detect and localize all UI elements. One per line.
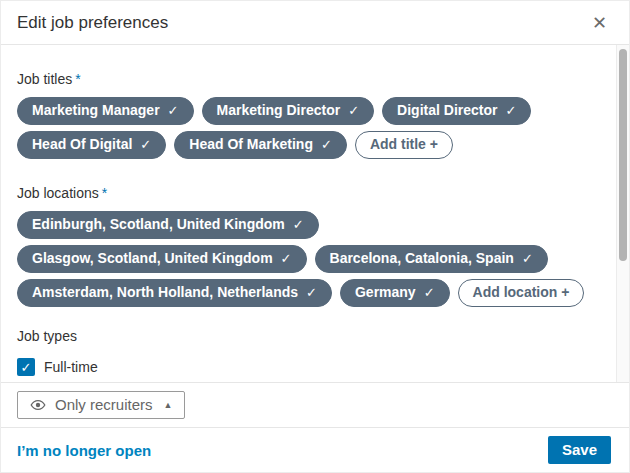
job-types-section: Job types ✓ Full-time bbox=[17, 327, 585, 376]
full-time-label: Full-time bbox=[44, 359, 98, 375]
check-icon: ✓ bbox=[293, 216, 304, 233]
full-time-option: ✓ Full-time bbox=[17, 358, 585, 376]
check-icon: ✓ bbox=[424, 284, 435, 301]
check-icon: ✓ bbox=[140, 136, 151, 153]
check-icon: ✓ bbox=[168, 102, 179, 119]
pill-label: Barcelona, Catalonia, Spain bbox=[330, 250, 514, 267]
job-types-label: Job types bbox=[17, 328, 77, 344]
job-titles-pill-group: Marketing Manager ✓ Marketing Director ✓… bbox=[17, 97, 585, 159]
pill-label: Germany bbox=[355, 284, 416, 301]
no-longer-open-link[interactable]: I’m no longer open bbox=[17, 442, 151, 459]
chevron-up-icon: ▲ bbox=[164, 400, 173, 410]
job-location-pill[interactable]: Glasgow, Scotland, United Kingdom ✓ bbox=[17, 245, 307, 273]
eye-icon bbox=[30, 397, 46, 413]
dialog-title: Edit job preferences bbox=[17, 13, 168, 33]
check-icon: ✓ bbox=[522, 250, 533, 267]
full-time-checkbox[interactable]: ✓ bbox=[17, 358, 35, 376]
check-icon: ✓ bbox=[281, 250, 292, 267]
scrollbar-track[interactable] bbox=[616, 45, 629, 382]
pill-label: Amsterdam, North Holland, Netherlands bbox=[32, 284, 298, 301]
visibility-dropdown-button[interactable]: Only recruiters ▲ bbox=[17, 391, 185, 419]
pill-label: Head Of Marketing bbox=[189, 136, 313, 153]
job-locations-pill-group: Edinburgh, Scotland, United Kingdom ✓ Gl… bbox=[17, 211, 585, 307]
job-title-pill[interactable]: Digital Director ✓ bbox=[382, 97, 531, 125]
pill-label: Edinburgh, Scotland, United Kingdom bbox=[32, 216, 285, 233]
job-title-pill[interactable]: Marketing Director ✓ bbox=[202, 97, 375, 125]
job-locations-label: Job locations bbox=[17, 185, 99, 201]
job-location-pill[interactable]: Amsterdam, North Holland, Netherlands ✓ bbox=[17, 279, 332, 307]
dialog-body: Job titles* Marketing Manager ✓ Marketin… bbox=[1, 45, 629, 382]
job-title-pill[interactable]: Marketing Manager ✓ bbox=[17, 97, 194, 125]
job-title-pill[interactable]: Head Of Digital ✓ bbox=[17, 131, 166, 159]
edit-job-preferences-dialog: Edit job preferences ✕ Job titles* Marke… bbox=[0, 0, 630, 473]
job-titles-label: Job titles bbox=[17, 71, 72, 87]
job-titles-section: Job titles* Marketing Manager ✓ Marketin… bbox=[17, 70, 585, 159]
visibility-dropdown-label: Only recruiters bbox=[55, 396, 153, 413]
pill-label: Head Of Digital bbox=[32, 136, 132, 153]
job-title-pill[interactable]: Head Of Marketing ✓ bbox=[174, 131, 347, 159]
check-icon: ✓ bbox=[348, 102, 359, 119]
pill-label: Glasgow, Scotland, United Kingdom bbox=[32, 250, 273, 267]
check-icon: ✓ bbox=[321, 136, 332, 153]
required-asterisk: * bbox=[75, 71, 80, 87]
scroll-content: Job titles* Marketing Manager ✓ Marketin… bbox=[1, 45, 629, 382]
check-icon: ✓ bbox=[306, 284, 317, 301]
add-title-button[interactable]: Add title + bbox=[355, 131, 453, 159]
required-asterisk: * bbox=[102, 185, 107, 201]
job-location-pill[interactable]: Germany ✓ bbox=[340, 279, 450, 307]
job-location-pill[interactable]: Edinburgh, Scotland, United Kingdom ✓ bbox=[17, 211, 319, 239]
pill-label: Marketing Director bbox=[217, 102, 341, 119]
pill-label: Digital Director bbox=[397, 102, 497, 119]
job-location-pill[interactable]: Barcelona, Catalonia, Spain ✓ bbox=[315, 245, 548, 273]
check-icon: ✓ bbox=[505, 102, 516, 119]
pill-label: Marketing Manager bbox=[32, 102, 160, 119]
close-icon[interactable]: ✕ bbox=[586, 10, 613, 36]
save-button[interactable]: Save bbox=[548, 436, 611, 464]
dialog-header: Edit job preferences ✕ bbox=[1, 1, 629, 45]
dialog-footer: I’m no longer open Save bbox=[1, 427, 629, 472]
add-location-button[interactable]: Add location + bbox=[458, 279, 585, 307]
job-locations-section: Job locations* Edinburgh, Scotland, Unit… bbox=[17, 184, 585, 307]
visibility-bar: Only recruiters ▲ bbox=[1, 382, 629, 427]
scrollbar-thumb[interactable] bbox=[619, 49, 627, 261]
